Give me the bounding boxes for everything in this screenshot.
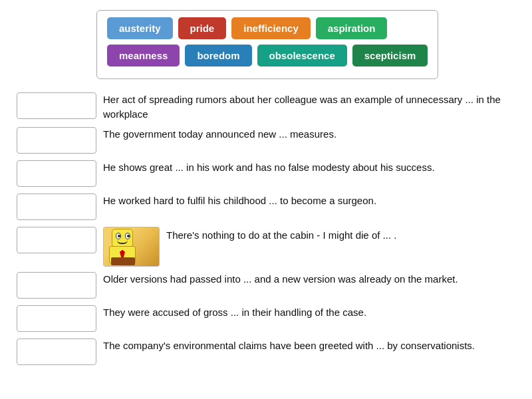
word-bank-row-1: austerityprideinefficiencyaspiration [107, 17, 428, 39]
question-text-4: He worked hard to fulfil his childhood .… [103, 192, 522, 208]
word-chip-obsolescence[interactable]: obsolescence [257, 45, 347, 66]
answer-box-8[interactable] [17, 338, 96, 365]
word-bank-container: austerityprideinefficiencyaspiration mea… [96, 10, 438, 79]
question-row-4: He worked hard to fulfil his childhood .… [17, 192, 522, 221]
img-text-group-5: There's nothing to do at the cabin - I m… [103, 225, 522, 267]
word-chip-inefficiency[interactable]: inefficiency [231, 17, 311, 39]
word-chip-boredom[interactable]: boredom [185, 45, 251, 66]
answer-box-6[interactable] [17, 272, 96, 299]
spongebob-image [103, 227, 160, 267]
answer-box-4[interactable] [17, 194, 96, 220]
word-chip-pride[interactable]: pride [178, 17, 227, 39]
answer-box-3[interactable] [17, 160, 96, 187]
question-text-8: The company's environmental claims have … [103, 337, 522, 353]
word-bank-row-2: meannessboredomobsolescencescepticism [107, 45, 428, 66]
word-chip-aspiration[interactable]: aspiration [316, 17, 388, 39]
question-text-1: Her act of spreading rumors about her co… [103, 91, 522, 122]
word-chip-scepticism[interactable]: scepticism [352, 45, 428, 66]
question-row-3: He shows great ... in his work and has n… [17, 159, 522, 188]
word-chip-meanness[interactable]: meanness [107, 45, 180, 66]
questions-container: Her act of spreading rumors about her co… [17, 91, 522, 368]
question-row-7: They were accused of gross ... in their … [17, 304, 522, 333]
question-row-6: Older versions had passed into ... and a… [17, 271, 522, 300]
answer-box-5[interactable] [17, 227, 96, 253]
word-chip-austerity[interactable]: austerity [107, 17, 173, 39]
question-text-6: Older versions had passed into ... and a… [103, 271, 522, 287]
question-text-7: They were accused of gross ... in their … [103, 304, 522, 320]
question-row-5: There's nothing to do at the cabin - I m… [17, 225, 522, 267]
question-text-5: There's nothing to do at the cabin - I m… [166, 227, 522, 243]
answer-box-2[interactable] [17, 127, 96, 154]
answer-box-1[interactable] [17, 92, 96, 119]
question-row-2: The government today announced new ... m… [17, 126, 522, 155]
question-text-3: He shows great ... in his work and has n… [103, 159, 522, 175]
question-text-2: The government today announced new ... m… [103, 126, 522, 142]
question-row-1: Her act of spreading rumors about her co… [17, 91, 522, 122]
answer-box-7[interactable] [17, 305, 96, 332]
question-row-8: The company's environmental claims have … [17, 337, 522, 366]
